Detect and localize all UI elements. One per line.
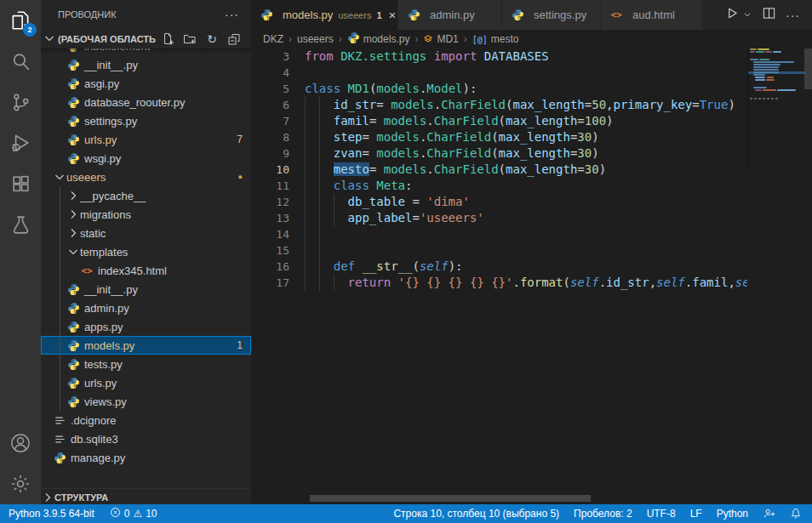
- explorer-badge: 2: [23, 23, 37, 37]
- tree-item-tests.py[interactable]: tests.py: [41, 355, 251, 373]
- tree-item-apps.py[interactable]: apps.py: [41, 317, 251, 336]
- horizontal-scrollbar[interactable]: [310, 495, 591, 502]
- tree-item-__init__.py[interactable]: __init__.py: [41, 55, 251, 74]
- more-actions-icon[interactable]: ···: [786, 9, 800, 22]
- python-interpreter[interactable]: Python 3.9.5 64-bit: [9, 508, 94, 520]
- tree-item-useeers[interactable]: useeers●: [41, 168, 251, 186]
- tree-item-database_roouter.py[interactable]: database_roouter.py: [41, 93, 251, 111]
- tab-models.py[interactable]: models.pyuseeers1×: [251, 0, 398, 30]
- code-line-13[interactable]: 13 app_label='useeers': [251, 210, 747, 226]
- tab-settings.py[interactable]: settings.py: [502, 0, 601, 30]
- tree-item-urls.py[interactable]: urls.py: [41, 373, 251, 392]
- editor[interactable]: 3from DKZ.settings import DATABASES45cla…: [251, 48, 812, 504]
- tree-item-templates[interactable]: templates: [41, 242, 251, 261]
- tree-item-models.py[interactable]: models.py1: [41, 336, 251, 355]
- tree-item-views.py[interactable]: views.py: [41, 392, 251, 411]
- run-dropdown-icon[interactable]: [742, 8, 752, 23]
- encoding[interactable]: UTF-8: [647, 508, 676, 520]
- tab-admin.py[interactable]: admin.py: [398, 0, 502, 30]
- code-line-10[interactable]: 10 mesto= models.CharField(max_length=30…: [251, 162, 747, 178]
- cursor-position[interactable]: Строка 10, столбец 10 (выбрано 5): [393, 508, 559, 520]
- line-number[interactable]: 6: [251, 97, 289, 113]
- line-number[interactable]: 8: [251, 129, 289, 145]
- tree-item-label: manage.py: [71, 452, 125, 464]
- line-number[interactable]: 12: [251, 194, 289, 210]
- run-icon[interactable]: [726, 7, 739, 23]
- outline-section-header[interactable]: СТРУКТУРА: [41, 488, 251, 505]
- code-line-12[interactable]: 12 db_table = 'dima': [251, 194, 747, 210]
- line-number[interactable]: 17: [251, 275, 289, 291]
- refresh-icon[interactable]: ↻: [205, 32, 219, 46]
- code-line-6[interactable]: 6 id_str= models.CharField(max_length=50…: [251, 97, 747, 113]
- tree-item-.dcignore[interactable]: .dcignore: [41, 411, 251, 429]
- line-number[interactable]: 14: [251, 226, 289, 242]
- tree-item-settings.py[interactable]: settings.py: [41, 111, 251, 130]
- settings-activity-button[interactable]: [0, 463, 41, 504]
- line-number[interactable]: 13: [251, 210, 289, 226]
- code-line-11[interactable]: 11 class Meta:: [251, 178, 747, 194]
- tree-item-asgi.py[interactable]: asgi.py: [41, 74, 251, 93]
- code-line-8[interactable]: 8 step= models.CharField(max_length=30): [251, 129, 747, 145]
- line-number[interactable]: 3: [251, 48, 289, 65]
- code-line-15[interactable]: 15: [251, 242, 747, 259]
- feedback-icon[interactable]: [763, 508, 775, 520]
- tree-item-__pycache__[interactable]: __pycache__: [41, 186, 251, 205]
- run-debug-activity-button[interactable]: [0, 122, 41, 163]
- workspace-section-header[interactable]: (РАБОЧАЯ ОБЛАСТЬ) ... ↻: [41, 30, 251, 48]
- line-number[interactable]: 4: [251, 65, 289, 81]
- source-control-activity-button[interactable]: [0, 82, 41, 122]
- problems-indicator[interactable]: 0⚠10: [110, 507, 157, 520]
- line-number[interactable]: 16: [251, 259, 289, 275]
- code-line-3[interactable]: 3from DKZ.settings import DATABASES: [251, 48, 747, 65]
- code-line-5[interactable]: 5class MD1(models.Model):: [251, 81, 747, 97]
- close-icon[interactable]: ×: [389, 8, 397, 22]
- views-more-actions-icon[interactable]: ···: [225, 0, 239, 30]
- line-number[interactable]: 7: [251, 113, 289, 129]
- line-number[interactable]: 10: [251, 162, 289, 178]
- tree-item-wsgi.py[interactable]: wsgi.py: [41, 149, 251, 168]
- testing-activity-button[interactable]: [0, 204, 41, 245]
- tree-item-__init__.py[interactable]: __init__.py: [41, 280, 251, 298]
- new-file-icon[interactable]: [161, 32, 174, 46]
- tree-item-static[interactable]: static: [41, 224, 251, 242]
- language[interactable]: Python: [717, 508, 748, 520]
- tab-aud.html[interactable]: <>aud.html: [601, 0, 703, 30]
- indentation[interactable]: Пробелов: 2: [574, 508, 632, 520]
- code-line-9[interactable]: 9 zvan= models.CharField(max_length=30): [251, 145, 747, 162]
- tree-item-admin.py[interactable]: admin.py: [41, 298, 251, 317]
- breadcrumb-item-models.py[interactable]: models.py: [347, 31, 410, 47]
- line-number[interactable]: 9: [251, 145, 289, 162]
- breadcrumb-item-useeers[interactable]: useeers: [297, 33, 334, 45]
- code-line-4[interactable]: 4: [251, 65, 747, 81]
- eol[interactable]: LF: [690, 508, 702, 520]
- tree-item-db.sqlite3[interactable]: db.sqlite3: [41, 429, 251, 448]
- tree-item-index345.html[interactable]: <>index345.html: [41, 261, 251, 280]
- code-area[interactable]: 3from DKZ.settings import DATABASES45cla…: [251, 48, 747, 291]
- search-activity-button[interactable]: [0, 41, 41, 82]
- tree-item-urls.py[interactable]: urls.py7: [41, 130, 251, 149]
- breadcrumb-item-mesto[interactable]: [@]mesto: [472, 33, 519, 45]
- beaker-icon: [10, 214, 31, 236]
- split-editor-icon[interactable]: [763, 7, 775, 23]
- code-line-14[interactable]: 14: [251, 226, 747, 242]
- account-activity-button[interactable]: [0, 423, 41, 463]
- vertical-scrollbar[interactable]: [804, 48, 812, 89]
- line-number[interactable]: 5: [251, 81, 289, 97]
- breadcrumb-label: mesto: [491, 33, 519, 45]
- new-folder-icon[interactable]: [183, 32, 197, 46]
- line-number[interactable]: 15: [251, 242, 289, 259]
- collapse-all-icon[interactable]: [227, 32, 241, 46]
- explorer-activity-button[interactable]: 2: [0, 0, 41, 41]
- code-line-17[interactable]: 17 return '{} {} {} {} {}'.format(self.i…: [251, 275, 747, 291]
- line-number[interactable]: 11: [251, 178, 289, 194]
- tree-item-manage.py[interactable]: manage.py: [41, 448, 251, 467]
- extensions-activity-button[interactable]: [0, 163, 41, 204]
- tree-item-migrations[interactable]: migrations: [41, 205, 251, 224]
- minimap[interactable]: [747, 48, 805, 168]
- code-line-7[interactable]: 7 famil= models.CharField(max_length=100…: [251, 113, 747, 129]
- code-line-16[interactable]: 16 def __str__(self):: [251, 259, 747, 275]
- notifications-bell-icon[interactable]: [790, 508, 802, 520]
- tree-item-indexelement[interactable]: indexelement: [41, 48, 251, 55]
- breadcrumb-item-MD1[interactable]: MD1: [423, 33, 458, 46]
- breadcrumb-item-DKZ[interactable]: DKZ: [263, 33, 283, 45]
